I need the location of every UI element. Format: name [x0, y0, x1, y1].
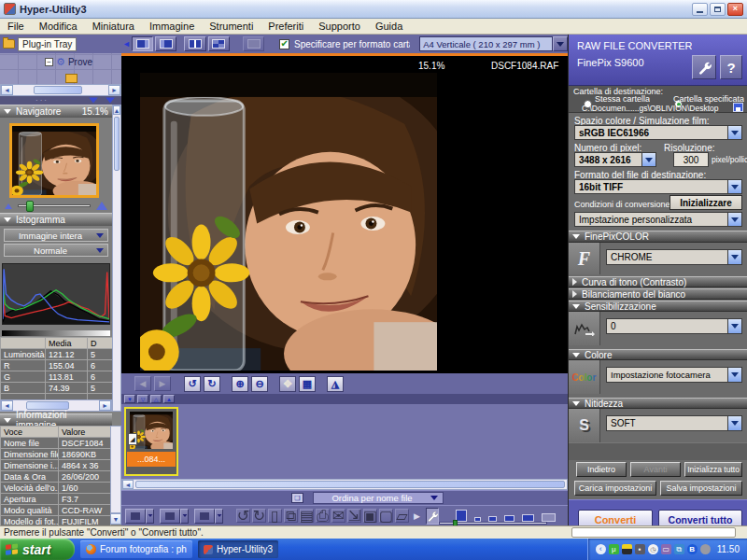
raw-converter-toggle-button[interactable] — [426, 508, 439, 525]
initialize-all-button[interactable]: Inizializza tutto — [684, 462, 742, 477]
section-expanded-icon[interactable] — [4, 418, 11, 423]
tray-network-icon[interactable]: ⧉ — [674, 544, 684, 554]
sharpness-dropdown[interactable]: SOFT — [606, 415, 742, 431]
histogram-header[interactable]: Istogramma — [0, 213, 112, 226]
sort-mode-icon[interactable]: ❏ — [291, 493, 303, 503]
sort-desc-filled-icon[interactable]: ▼ — [124, 395, 135, 403]
scroll-left-icon[interactable]: ◄ — [1, 400, 13, 411]
conversion-preset-dropdown[interactable]: Impstazione personalizzata — [574, 212, 742, 227]
navigator-tool-icon[interactable]: ◮ — [327, 376, 344, 392]
initialize-button[interactable]: Inizializzare — [669, 195, 742, 210]
mark-button-2[interactable] — [160, 509, 189, 524]
collapse-down-icon[interactable] — [106, 98, 115, 104]
finepixcolor-dropdown[interactable]: CHROME — [606, 249, 742, 265]
single-view-button[interactable] — [132, 36, 153, 51]
fit-to-window-icon[interactable]: ▦ — [299, 376, 316, 392]
panel-splitter[interactable]: ··· — [0, 96, 121, 105]
minimize-button[interactable] — [692, 3, 708, 16]
filmstrip-hscrollbar[interactable]: ◄ — [121, 479, 568, 490]
left-vscrollbar[interactable]: ▲ — [112, 105, 121, 412]
color-section-header[interactable]: Colore — [569, 349, 747, 360]
expand-more-icon[interactable]: ▶ — [414, 511, 420, 521]
save-settings-button[interactable]: Salva impostazioni — [660, 481, 742, 496]
resolution-input[interactable]: 300 — [673, 152, 709, 167]
close-button[interactable]: × — [727, 3, 743, 16]
sort-dropdown[interactable]: Ordina per nome file — [313, 492, 444, 504]
file-format-dropdown[interactable]: 16bit TIFF — [574, 179, 742, 194]
grid-2-view-button[interactable] — [184, 36, 205, 51]
zoom-in-large-icon[interactable] — [96, 202, 107, 210]
info-vscrollbar[interactable] — [110, 426, 121, 513]
tree-hscrollbar[interactable]: ◄ ► — [0, 84, 121, 96]
sort-asc-outline-icon[interactable]: △ — [150, 395, 162, 403]
collapse-down-icon[interactable] — [89, 98, 98, 104]
section-expanded-icon[interactable] — [4, 109, 11, 114]
zoom-out-icon[interactable]: ⊖ — [251, 376, 268, 392]
sort-desc-outline-icon[interactable]: ▽ — [137, 395, 148, 403]
sensitization-dropdown[interactable]: 0 — [606, 318, 742, 334]
restore-button[interactable] — [710, 3, 726, 16]
load-settings-button[interactable]: Carica impostazioni — [574, 481, 656, 496]
thumb-size-3-icon[interactable] — [504, 515, 514, 522]
collapse-left-icon[interactable]: ◄ — [122, 39, 131, 49]
plugin-tray-tab[interactable]: Plug-in Tray — [18, 37, 77, 51]
color-dropdown[interactable]: Impostazione fotocamera — [606, 367, 742, 383]
tray-bluetooth-icon[interactable]: B — [687, 544, 698, 554]
scroll-left-icon[interactable]: ◄ — [1, 85, 13, 95]
histogram-mode-dropdown[interactable]: Normale — [4, 244, 108, 257]
rotate-left-icon[interactable]: ↺ — [184, 376, 201, 392]
settings-wrench-button[interactable] — [692, 55, 716, 79]
thumb-size-4-icon[interactable] — [522, 514, 534, 522]
navigator-header[interactable]: Navigatore 15.1% — [0, 105, 112, 118]
tree-collapse-icon[interactable]: − — [45, 58, 53, 66]
tray-chevron-icon[interactable]: ‹ — [596, 544, 606, 554]
sharpness-header[interactable]: Nitidezza — [569, 398, 747, 409]
navigator-thumbnail[interactable] — [9, 123, 99, 198]
paper-size-dropdown[interactable]: A4 Verticale ( 210 x 297 mm ) — [419, 36, 553, 51]
size-slider-track[interactable] — [439, 522, 547, 525]
menu-strumenti[interactable]: Strumenti — [202, 19, 261, 34]
slider-thumb[interactable] — [26, 201, 34, 212]
back-button[interactable]: Indietro — [576, 462, 627, 477]
scroll-up-icon[interactable]: ▲ — [113, 105, 120, 115]
menu-miniatura[interactable]: Miniatura — [85, 19, 142, 34]
scroll-right-icon[interactable]: ► — [108, 85, 120, 95]
hand-tool-icon[interactable]: ✥ — [279, 376, 296, 392]
pixel-count-dropdown[interactable]: 3488 x 2616 — [574, 152, 656, 167]
image-viewer[interactable]: 15.1% DSCF1084.RAF — [121, 56, 568, 373]
color-space-dropdown[interactable]: sRGB IEC61966 — [574, 125, 742, 140]
section-expanded-icon[interactable] — [4, 217, 11, 222]
zoom-out-small-icon[interactable] — [5, 203, 12, 209]
taskbar-item-hyper-utility[interactable]: Hyper-Utility3 — [198, 540, 278, 558]
menu-file[interactable]: File — [0, 19, 32, 34]
menu-supporto[interactable]: Supporto — [311, 19, 368, 34]
tray-clock-icon[interactable]: ◷ — [648, 544, 658, 554]
mark-button-1[interactable] — [125, 509, 154, 524]
menu-modifica[interactable]: Modifica — [32, 19, 85, 34]
sensitization-header[interactable]: Sensibilizzazione — [569, 301, 747, 312]
histogram-scope-dropdown[interactable]: Immagine intera — [4, 229, 108, 242]
white-balance-header[interactable]: Bilanciamento del bianco — [569, 288, 747, 300]
tray-alert-icon[interactable] — [622, 544, 632, 554]
filmstrip-thumbnail-selected[interactable]: ◢ ...084... — [124, 407, 178, 476]
zoom-in-icon[interactable]: ⊕ — [232, 376, 248, 392]
tree-node-label[interactable]: Prove — [68, 57, 92, 67]
help-button[interactable]: ? — [720, 55, 742, 79]
rotate-right-icon[interactable]: ↻ — [204, 376, 220, 392]
grid-4-view-button[interactable] — [208, 36, 230, 51]
same-folder-label[interactable]: Stessa cartella — [595, 94, 650, 104]
browse-folder-icon[interactable] — [733, 103, 743, 112]
mark-button-3[interactable] — [194, 509, 223, 524]
paper-size-dropdown-arrow[interactable] — [553, 36, 568, 51]
tree-node-prove[interactable]: − ⚙ Prove — [45, 56, 92, 68]
scroll-down-icon[interactable]: ▼ — [110, 513, 121, 525]
menu-guida[interactable]: Guida — [368, 19, 410, 34]
tray-printer-icon[interactable]: ▭ — [661, 544, 671, 554]
title-bar[interactable]: Hyper-Utility3 × — [0, 0, 747, 19]
slider-track[interactable] — [18, 204, 91, 207]
tray-utorrent-icon[interactable]: μ — [609, 544, 619, 554]
start-button[interactable]: start — [0, 539, 75, 560]
paper-format-checkbox[interactable]: ✔ — [279, 39, 289, 49]
menu-immagine[interactable]: Immagine — [142, 19, 202, 34]
scroll-left-icon[interactable]: ◄ — [122, 480, 134, 489]
